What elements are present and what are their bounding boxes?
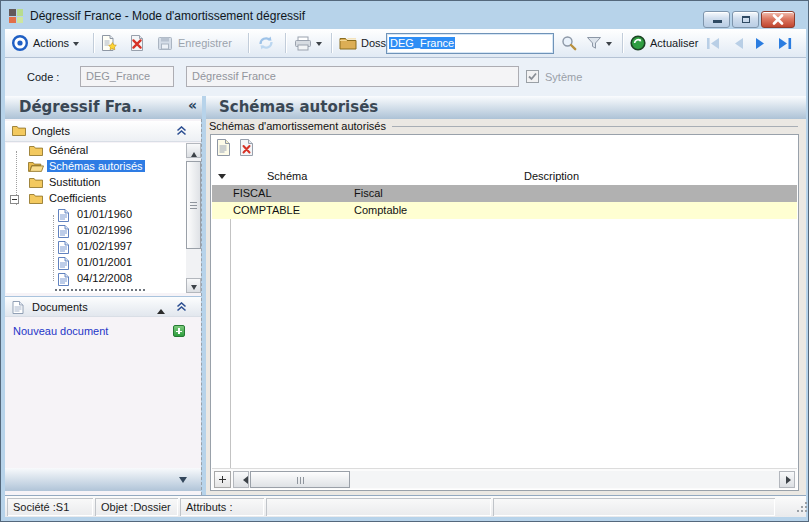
scroll-down-button[interactable] [186, 278, 201, 293]
collapse-sidebar-button[interactable]: « [188, 97, 197, 113]
record-identification-bar: Code : DEG_France Dégressif France Sytèm… [5, 58, 806, 96]
toolbar-separator [93, 33, 94, 53]
restore-button[interactable] [732, 11, 759, 28]
group-label: Schémas d'amortissement autorisés [209, 120, 386, 132]
delete-record-button[interactable] [129, 29, 145, 57]
chevron-down-icon [73, 42, 79, 49]
add-row-button[interactable] [214, 471, 231, 488]
horizontal-scrollbar[interactable] [233, 471, 795, 488]
window-resize-grip[interactable] [797, 510, 799, 512]
sidebar-item-general[interactable]: Général [6, 143, 186, 159]
sidebar-item-sustitution[interactable]: Sustitution [6, 175, 186, 191]
column-header-schema[interactable]: Schéma [267, 170, 307, 182]
description-input[interactable]: Dégressif France [186, 66, 519, 87]
code-input[interactable]: DEG_France [80, 66, 174, 87]
status-attributs: Attributs : [180, 498, 264, 516]
documents-section-label: Documents [32, 301, 88, 313]
tree-item-label: Coefficients [47, 192, 108, 204]
grid-new-row-button[interactable] [216, 139, 236, 159]
sidebar-item-schemas-autorises[interactable]: Schémas autorisés [6, 159, 186, 175]
toolbar-separator [285, 33, 286, 53]
actualiser-icon [630, 35, 646, 51]
collapse-section-icon[interactable] [176, 126, 187, 136]
system-checkbox-label: Sytème [545, 71, 582, 83]
folder-icon [29, 177, 43, 188]
save-button[interactable]: Enregistrer [157, 29, 232, 57]
minimize-button[interactable] [703, 11, 730, 28]
refresh-icon [257, 35, 275, 51]
nav-first-button[interactable] [705, 29, 722, 57]
sidebar-item-coefficients[interactable]: Coefficients [6, 191, 186, 207]
search-button[interactable] [561, 29, 577, 57]
app-logo-icon [9, 9, 23, 23]
filter-button[interactable] [586, 29, 612, 57]
nav-next-button[interactable] [754, 29, 768, 57]
grid-header-row: Schéma Description [212, 168, 797, 185]
sidebar: Onglets Général Sc [5, 119, 201, 495]
grid-delete-row-button[interactable] [239, 139, 259, 159]
collapse-node-toggle[interactable] [10, 195, 19, 204]
onglets-section-header[interactable]: Onglets [5, 121, 201, 142]
document-icon [12, 301, 24, 314]
sidebar-item-date-1997[interactable]: 01/02/1997 [6, 239, 186, 255]
tree-scrollbar[interactable] [186, 143, 201, 293]
document-icon [58, 273, 69, 286]
nav-previous-button[interactable] [731, 29, 745, 57]
triangle-up-icon[interactable] [157, 305, 165, 314]
check-icon [527, 71, 538, 82]
tree-item-label: Général [47, 144, 90, 156]
sidebar-item-date-1996[interactable]: 01/02/1996 [6, 223, 186, 239]
actions-button[interactable]: Actions [11, 29, 79, 57]
table-row[interactable]: COMPTABLE Comptable [212, 202, 797, 219]
cell-schema: COMPTABLE [233, 204, 300, 216]
scroll-right-button[interactable] [779, 471, 795, 488]
scrollbar-thumb[interactable] [186, 161, 201, 249]
status-objet: Objet :Dossier [95, 498, 178, 516]
sidebar-item-date-2001[interactable]: 01/01/2001 [6, 255, 186, 271]
sidebar-item-date-1960[interactable]: 01/01/1960 [6, 207, 186, 223]
panel-splitter[interactable] [201, 119, 202, 495]
folder-icon [29, 193, 43, 204]
documents-section-header[interactable]: Documents [5, 296, 201, 317]
scroll-left-button[interactable] [233, 471, 249, 488]
new-document-row: Nouveau document [5, 322, 201, 340]
folder-icon [12, 125, 26, 136]
triangle-left-icon [239, 476, 248, 484]
sidebar-more-bar[interactable] [5, 468, 201, 491]
folder-icon [339, 36, 357, 50]
close-button[interactable] [761, 11, 795, 28]
toolbar-separator [622, 33, 623, 53]
new-record-button[interactable] [101, 29, 118, 57]
record-key-input[interactable]: DEG_France [386, 33, 554, 54]
new-document-link[interactable]: Nouveau document [13, 325, 108, 337]
refresh-button[interactable] [257, 29, 275, 57]
actualiser-label: Actualiser [650, 37, 698, 49]
sidebar-item-date-2008[interactable]: 04/12/2008 [6, 271, 186, 287]
column-header-description[interactable]: Description [524, 170, 579, 182]
tree-resize-handle[interactable] [55, 289, 145, 292]
triangle-down-icon [191, 285, 197, 293]
grid-selector-dropdown-icon[interactable] [218, 174, 226, 183]
minimize-icon [713, 20, 722, 23]
document-icon [58, 209, 69, 222]
logo-square [9, 9, 16, 16]
collapse-section-icon[interactable] [176, 302, 187, 312]
groupbox-caption: Schémas d'amortissement autorisés [209, 120, 798, 132]
scrollbar-thumb[interactable] [250, 471, 350, 488]
table-row[interactable]: FISCAL Fiscal [212, 185, 797, 202]
nav-last-button[interactable] [777, 29, 794, 57]
print-button[interactable] [294, 29, 322, 57]
nav-previous-icon [731, 37, 745, 50]
actualiser-button[interactable]: Actualiser [630, 29, 698, 57]
groupbox-line [392, 126, 798, 127]
onglets-section-label: Onglets [32, 125, 70, 137]
save-label: Enregistrer [178, 37, 232, 49]
system-checkbox[interactable] [526, 70, 539, 83]
scroll-up-button[interactable] [186, 143, 201, 158]
add-document-button[interactable] [173, 325, 185, 337]
schemas-grid-container: Schéma Description FISCAL Fiscal COMPTAB… [210, 134, 799, 491]
delete-record-icon [129, 35, 145, 51]
nav-next-icon [754, 37, 768, 50]
folder-icon [29, 145, 43, 156]
tree-item-label: 01/01/2001 [75, 256, 134, 268]
